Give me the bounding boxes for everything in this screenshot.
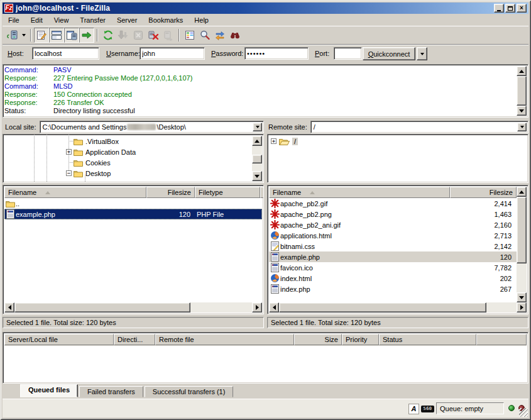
status-bar: A 560 Queue: empty: [3, 399, 528, 417]
close-button[interactable]: ×: [517, 4, 527, 13]
column-header-filename[interactable]: Filename: [269, 187, 450, 198]
scroll-up-icon[interactable]: [517, 187, 527, 197]
scroll-right-icon[interactable]: [252, 302, 262, 312]
scroll-right-icon[interactable]: [517, 302, 527, 312]
title-bar[interactable]: Fz john@localhost - FileZilla ×: [3, 3, 528, 14]
scrollbar-thumb[interactable]: [252, 155, 262, 163]
menu-bookmarks[interactable]: Bookmarks: [143, 15, 189, 25]
log-scrollbar[interactable]: [517, 66, 527, 116]
port-input[interactable]: [334, 47, 362, 60]
file-row[interactable]: apache_pb2.png 1,463: [269, 209, 517, 219]
scroll-up-icon[interactable]: [252, 136, 262, 146]
local-site-combo[interactable]: C:\Documents and Settings\Desktop\: [40, 121, 264, 133]
file-row[interactable]: index.html 202: [269, 273, 517, 284]
tree-item-cookies[interactable]: Cookies: [74, 157, 111, 168]
speed-limits-icon[interactable]: 560: [421, 406, 434, 412]
scroll-down-icon[interactable]: [517, 106, 527, 116]
column-header-last-modified[interactable]: L: [260, 187, 264, 198]
column-header-filesize[interactable]: Filesize: [146, 187, 195, 198]
toggle-transfer-queue-icon[interactable]: [79, 28, 94, 43]
column-header-filetype[interactable]: Filetype: [195, 187, 260, 198]
collapse-icon[interactable]: −: [66, 170, 72, 176]
scroll-down-icon[interactable]: [517, 292, 527, 302]
remote-list-hscrollbar[interactable]: [269, 302, 527, 312]
tree-item-virtualbox[interactable]: .VirtualBox: [74, 136, 119, 146]
tree-item-root[interactable]: /: [279, 136, 298, 146]
queue-list-empty[interactable]: [4, 346, 527, 382]
disconnect-icon[interactable]: [146, 28, 161, 43]
scroll-left-icon[interactable]: [4, 302, 14, 312]
site-manager-icon[interactable]: [5, 28, 20, 43]
folder-icon: [74, 158, 83, 167]
password-input[interactable]: [244, 47, 309, 60]
scroll-left-icon[interactable]: [269, 302, 279, 312]
menu-view[interactable]: View: [48, 15, 75, 25]
file-row[interactable]: index.php 267: [269, 284, 517, 294]
site-manager-dropdown-icon[interactable]: [20, 28, 28, 43]
menu-help[interactable]: Help: [189, 15, 214, 25]
queue-column-server-local-file[interactable]: Server/Local file: [4, 334, 114, 345]
process-queue-icon[interactable]: [116, 28, 131, 43]
scroll-up-icon[interactable]: [517, 66, 527, 76]
data-type-indicator-icon[interactable]: A: [408, 404, 419, 414]
resize-grip[interactable]: [519, 408, 528, 417]
queue-column-direction[interactable]: Directi...: [114, 334, 155, 345]
column-header-filesize[interactable]: Filesize: [450, 187, 517, 198]
local-tree-scrollbar[interactable]: [252, 136, 262, 181]
menu-transfer[interactable]: Transfer: [74, 15, 111, 25]
file-row[interactable]: favicon.ico 7,782: [269, 262, 517, 273]
tree-item-application-data[interactable]: Application Data: [74, 146, 136, 157]
tab-failed-transfers[interactable]: Failed transfers: [79, 386, 143, 397]
scrollbar-thumb[interactable]: [14, 302, 190, 312]
scroll-down-icon[interactable]: [252, 171, 262, 181]
minimize-button[interactable]: [494, 4, 504, 13]
find-files-icon[interactable]: [227, 28, 243, 43]
folder-icon: [74, 148, 83, 156]
message-log: Command:PASV Response:227 Entering Passi…: [3, 64, 528, 118]
queue-column-status[interactable]: Status: [379, 334, 476, 345]
combo-dropdown-icon[interactable]: [253, 123, 262, 131]
tree-item-desktop[interactable]: Desktop: [74, 168, 111, 179]
directory-comparison-icon[interactable]: [197, 28, 212, 43]
quickconnect-button[interactable]: Quickconnect: [363, 47, 415, 60]
directory-listing-filters-icon[interactable]: [182, 28, 197, 43]
file-row-parent-dir[interactable]: ..: [4, 198, 262, 209]
file-row[interactable]: applications.html 2,713: [269, 230, 517, 241]
file-row-example-php[interactable]: example.php 120: [269, 251, 517, 262]
app-icon[interactable]: Fz: [4, 4, 13, 13]
username-input[interactable]: [140, 47, 205, 60]
toggle-remote-tree-icon[interactable]: [64, 28, 79, 43]
scrollbar-thumb[interactable]: [517, 197, 527, 263]
file-row[interactable]: bitnami.css 2,142: [269, 241, 517, 251]
scrollbar-thumb[interactable]: [279, 302, 486, 312]
tab-successful-transfers[interactable]: Successful transfers (1): [145, 386, 234, 397]
queue-column-size[interactable]: Size: [294, 334, 342, 345]
synchronized-browsing-icon[interactable]: [212, 28, 227, 43]
file-row[interactable]: apache_pb2_ani.gif 2,160: [269, 219, 517, 230]
file-row-example-php[interactable]: example.php 120 PHP File 1: [4, 209, 262, 219]
toggle-local-tree-icon[interactable]: [49, 28, 64, 43]
expand-icon[interactable]: +: [66, 149, 72, 155]
remote-list-vscrollbar[interactable]: [517, 187, 527, 302]
scrollbar-thumb[interactable]: [517, 76, 527, 106]
menu-edit[interactable]: Edit: [25, 15, 48, 25]
remote-site-combo[interactable]: /: [310, 121, 528, 133]
toggle-message-log-icon[interactable]: [34, 28, 49, 43]
host-input[interactable]: [32, 47, 99, 60]
queue-column-remote-file[interactable]: Remote file: [155, 334, 294, 345]
menu-file[interactable]: File: [3, 15, 25, 25]
cancel-operation-icon[interactable]: [131, 28, 146, 43]
maximize-button[interactable]: [505, 4, 515, 13]
local-list-hscrollbar[interactable]: [4, 302, 262, 312]
menu-server[interactable]: Server: [111, 15, 143, 25]
queue-column-priority[interactable]: Priority: [342, 334, 379, 345]
combo-dropdown-icon[interactable]: [517, 123, 527, 131]
reconnect-icon[interactable]: [161, 28, 176, 43]
file-row[interactable]: apache_pb2.gif 2,414: [269, 198, 517, 209]
tab-queued-files[interactable]: Queued files: [20, 384, 78, 397]
column-header-filename[interactable]: Filename: [4, 187, 146, 198]
refresh-icon[interactable]: [101, 28, 116, 43]
expand-icon[interactable]: +: [271, 138, 276, 144]
tree-guide: [34, 135, 35, 182]
quickconnect-dropdown-icon[interactable]: [417, 47, 427, 60]
